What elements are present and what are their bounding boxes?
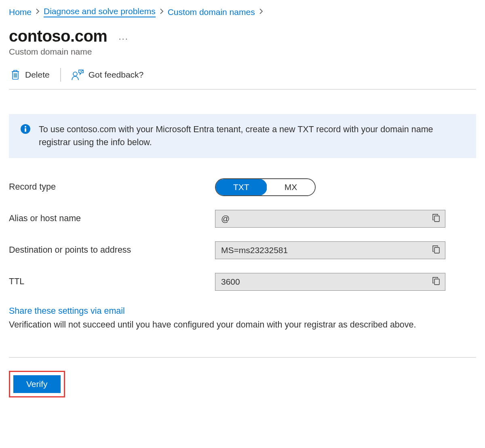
breadcrumb-home[interactable]: Home xyxy=(9,7,32,17)
svg-rect-6 xyxy=(434,247,439,253)
svg-rect-7 xyxy=(434,279,439,285)
info-icon xyxy=(20,124,31,135)
destination-field xyxy=(215,241,445,259)
breadcrumb-diagnose[interactable]: Diagnose and solve problems xyxy=(44,6,156,17)
svg-rect-4 xyxy=(25,128,26,132)
page-title: contoso.com xyxy=(9,27,107,45)
footer-separator xyxy=(9,357,476,358)
ttl-field xyxy=(215,273,445,291)
copy-destination-button[interactable] xyxy=(427,242,445,259)
feedback-button[interactable]: Got feedback? xyxy=(70,68,146,81)
destination-label: Destination or points to address xyxy=(9,245,215,255)
chevron-right-icon xyxy=(36,8,40,16)
verify-highlight: Verify xyxy=(9,371,65,397)
svg-point-3 xyxy=(25,126,26,128)
person-feedback-icon xyxy=(72,69,84,80)
verify-button[interactable]: Verify xyxy=(13,375,61,393)
ttl-input[interactable] xyxy=(215,273,427,290)
info-text: To use contoso.com with your Microsoft E… xyxy=(39,123,465,149)
share-settings-link[interactable]: Share these settings via email xyxy=(9,306,125,316)
page-subtitle: Custom domain name xyxy=(9,47,476,57)
delete-label: Delete xyxy=(25,70,50,80)
chevron-right-icon xyxy=(160,8,164,16)
copy-icon xyxy=(432,213,440,224)
feedback-label: Got feedback? xyxy=(89,70,144,80)
record-type-mx[interactable]: MX xyxy=(267,179,315,195)
record-type-txt[interactable]: TXT xyxy=(215,179,267,196)
copy-icon xyxy=(432,245,440,255)
alias-field xyxy=(215,210,445,228)
record-type-toggle: TXT MX xyxy=(215,178,316,196)
delete-button[interactable]: Delete xyxy=(9,68,51,81)
more-actions-button[interactable]: ··· xyxy=(118,34,128,45)
alias-label: Alias or host name xyxy=(9,213,215,224)
alias-input[interactable] xyxy=(215,210,427,227)
ttl-label: TTL xyxy=(9,277,215,287)
svg-rect-5 xyxy=(434,216,439,222)
command-separator xyxy=(60,68,61,82)
verification-note: Verification will not succeed until you … xyxy=(9,319,437,331)
info-banner: To use contoso.com with your Microsoft E… xyxy=(9,114,476,158)
command-bar: Delete Got feedback? xyxy=(9,68,476,90)
copy-alias-button[interactable] xyxy=(427,210,445,227)
svg-point-1 xyxy=(73,72,77,76)
copy-ttl-button[interactable] xyxy=(427,273,445,290)
trash-icon xyxy=(11,69,20,80)
copy-icon xyxy=(432,277,440,287)
chevron-right-icon xyxy=(259,8,263,16)
breadcrumb-custom-domains[interactable]: Custom domain names xyxy=(168,7,255,17)
record-type-label: Record type xyxy=(9,182,215,192)
dns-form: Record type TXT MX Alias or host name xyxy=(9,178,476,291)
destination-input[interactable] xyxy=(215,242,427,259)
breadcrumb: Home Diagnose and solve problems Custom … xyxy=(9,5,476,22)
